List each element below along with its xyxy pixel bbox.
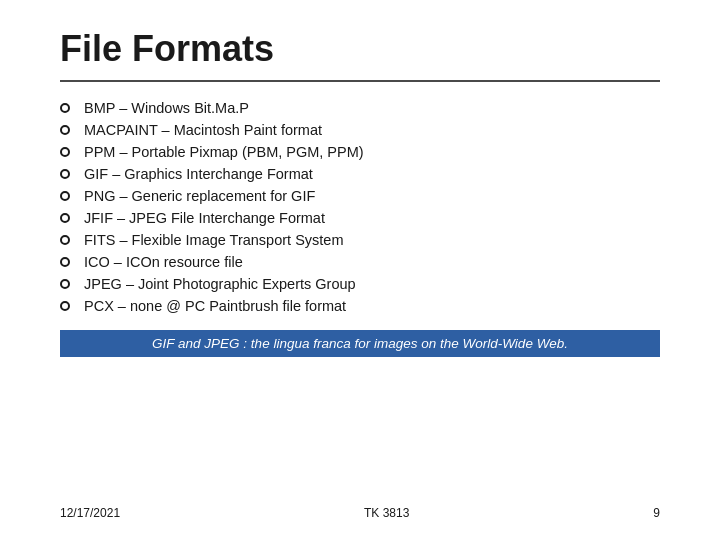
bullet-text: JFIF – JPEG File Interchange Format [84, 210, 325, 226]
bullet-icon [60, 279, 70, 289]
bullet-icon [60, 103, 70, 113]
list-item: PNG – Generic replacement for GIF [60, 188, 660, 204]
bullet-text: PNG – Generic replacement for GIF [84, 188, 315, 204]
list-item: MACPAINT – Macintosh Paint format [60, 122, 660, 138]
bullet-text: GIF – Graphics Interchange Format [84, 166, 313, 182]
list-item: JFIF – JPEG File Interchange Format [60, 210, 660, 226]
list-item: PPM – Portable Pixmap (PBM, PGM, PPM) [60, 144, 660, 160]
bullet-text: FITS – Flexible Image Transport System [84, 232, 343, 248]
bullet-list: BMP – Windows Bit.Ma.PMACPAINT – Macinto… [60, 100, 660, 320]
bullet-text: PCX – none @ PC Paintbrush file format [84, 298, 346, 314]
bullet-text: MACPAINT – Macintosh Paint format [84, 122, 322, 138]
page-title: File Formats [60, 28, 660, 70]
bullet-icon [60, 301, 70, 311]
bullet-icon [60, 257, 70, 267]
list-item: BMP – Windows Bit.Ma.P [60, 100, 660, 116]
bullet-icon [60, 191, 70, 201]
bullet-icon [60, 169, 70, 179]
highlight-bar: GIF and JPEG : the lingua franca for ima… [60, 330, 660, 357]
bullet-text: JPEG – Joint Photographic Experts Group [84, 276, 356, 292]
bullet-text: PPM – Portable Pixmap (PBM, PGM, PPM) [84, 144, 364, 160]
footer-center: TK 3813 [364, 506, 409, 520]
bullet-icon [60, 235, 70, 245]
bullet-text: ICO – ICOn resource file [84, 254, 243, 270]
list-item: ICO – ICOn resource file [60, 254, 660, 270]
list-item: PCX – none @ PC Paintbrush file format [60, 298, 660, 314]
bullet-text: BMP – Windows Bit.Ma.P [84, 100, 249, 116]
title-divider [60, 80, 660, 82]
bullet-icon [60, 147, 70, 157]
list-item: FITS – Flexible Image Transport System [60, 232, 660, 248]
list-item: GIF – Graphics Interchange Format [60, 166, 660, 182]
footer: 12/17/2021 TK 3813 9 [60, 506, 660, 520]
bullet-icon [60, 125, 70, 135]
footer-page: 9 [653, 506, 660, 520]
footer-date: 12/17/2021 [60, 506, 120, 520]
slide: File Formats BMP – Windows Bit.Ma.PMACPA… [0, 0, 720, 540]
list-item: JPEG – Joint Photographic Experts Group [60, 276, 660, 292]
bullet-icon [60, 213, 70, 223]
content-area: BMP – Windows Bit.Ma.PMACPAINT – Macinto… [60, 100, 660, 496]
